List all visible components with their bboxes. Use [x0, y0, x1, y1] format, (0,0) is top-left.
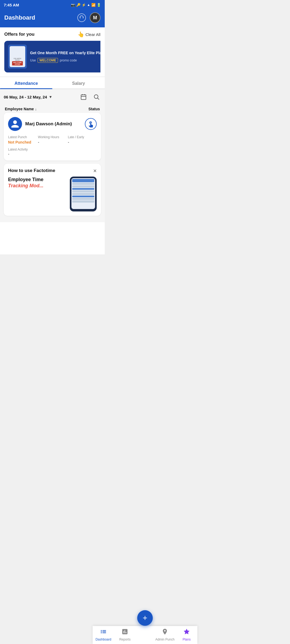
latest-punch-value: Not Punched — [8, 140, 37, 144]
user-avatar[interactable]: M — [90, 12, 100, 23]
employee-name: Marj Dawson (Admin) — [25, 121, 72, 127]
offer-badge-text: FOR LIMITEDPERIOD — [12, 58, 23, 61]
latest-punch-stat: Latest Punch Not Punched — [8, 135, 37, 144]
working-hours-label: Working Hours — [38, 135, 67, 139]
battery-icon: 🔋 — [97, 3, 101, 7]
attendance-section: 06 May, 24 - 12 May, 24 ▼ — [0, 89, 105, 222]
main-content: Offers for you 👆 Clear All FOR LIMITEDPE… — [0, 27, 105, 222]
main-offer-card[interactable]: FOR LIMITEDPERIOD WELCOMEOFFER Get One M… — [4, 41, 100, 72]
headset-button[interactable] — [77, 13, 86, 22]
sort-arrow-icon: ↓ — [35, 107, 37, 111]
tab-attendance-label: Attendance — [15, 81, 38, 86]
late-early-value: - — [68, 140, 97, 144]
clear-all-label: Clear All — [85, 32, 100, 37]
signal-icon: ▲ — [87, 3, 90, 7]
employee-stats: Latest Punch Not Punched Working Hours -… — [8, 135, 97, 144]
offers-title: Offers for you — [4, 32, 34, 37]
date-range-selector[interactable]: 06 May, 24 - 12 May, 24 ▼ — [4, 95, 52, 99]
latest-punch-label: Latest Punch — [8, 135, 37, 139]
emp-name-label: Employee Name — [5, 107, 34, 111]
how-to-phone-graphic — [70, 177, 97, 211]
how-to-card: How to use Factotime × Employee Time Tra… — [4, 164, 101, 216]
welcome-offer-badge: WELCOMEOFFER — [12, 61, 23, 65]
bluetooth-icon: ⚡ — [82, 3, 86, 7]
employee-avatar — [8, 117, 22, 131]
employee-info: Marj Dawson (Admin) — [8, 117, 72, 131]
cursor-icon: 👆 — [78, 31, 84, 38]
employee-card-header: Marj Dawson (Admin) — [8, 117, 97, 131]
avatar-letter: M — [93, 15, 97, 21]
search-filter-button[interactable] — [92, 92, 101, 101]
offer-cards-row: FOR LIMITEDPERIOD WELCOMEOFFER Get One M… — [4, 41, 100, 72]
offers-section: Offers for you 👆 Clear All FOR LIMITEDPE… — [0, 27, 105, 76]
working-hours-stat: Working Hours - — [38, 135, 67, 144]
punch-button[interactable] — [85, 118, 97, 130]
offer-phone-graphic: FOR LIMITEDPERIOD WELCOMEOFFER — [8, 45, 27, 69]
how-to-header: How to use Factotime × — [8, 168, 97, 174]
latest-activity-label: Latest Activity — [8, 148, 97, 151]
status-time: 7:45 AM — [4, 3, 19, 7]
how-to-content: Employee Time Tracking Mod... — [8, 177, 97, 211]
camera-icon: 📷 — [71, 3, 75, 7]
key-icon: 🔑 — [76, 3, 81, 7]
date-range-text: 06 May, 24 - 12 May, 24 — [4, 95, 47, 99]
table-header: Employee Name ↓ Status — [4, 105, 101, 113]
svg-point-4 — [94, 95, 98, 98]
calendar-filter-button[interactable] — [79, 92, 88, 101]
how-to-text-area: Employee Time Tracking Mod... — [8, 177, 67, 189]
promo-prefix: Use — [30, 58, 36, 62]
wifi-icon: 📶 — [91, 3, 96, 7]
offers-header: Offers for you 👆 Clear All — [4, 31, 100, 38]
filter-icons — [79, 92, 101, 101]
how-to-subtitle: Employee Time Tracking Mod... — [8, 177, 67, 189]
status-bar: 7:45 AM 📷 🔑 ⚡ ▲ 📶 🔋 — [0, 0, 105, 10]
tab-salary-label: Salary — [72, 81, 85, 86]
svg-line-5 — [98, 98, 99, 100]
clear-all-button[interactable]: 👆 Clear All — [78, 31, 100, 38]
how-to-subtitle2: Tracking Mod... — [8, 183, 44, 188]
late-early-stat: Late / Early - — [68, 135, 97, 144]
offer-text-content: Get One Month FREE on Yearly Elite Plan … — [30, 50, 100, 63]
how-to-title: How to use Factotime — [8, 168, 55, 173]
tab-salary[interactable]: Salary — [52, 77, 105, 89]
how-to-phone-screen — [71, 178, 95, 209]
promo-code: WELCOME — [38, 58, 58, 63]
offer-phone-screen: FOR LIMITEDPERIOD WELCOMEOFFER — [10, 46, 25, 67]
latest-activity-row: Latest Activity - — [8, 148, 97, 156]
svg-rect-0 — [81, 95, 86, 100]
offer-main-text: Get One Month FREE on Yearly Elite Plan — [30, 50, 100, 56]
page-title: Dashboard — [4, 14, 35, 21]
chevron-down-icon: ▼ — [49, 95, 52, 99]
offer-promo-text: Use WELCOME promo code — [30, 58, 100, 63]
how-to-close-button[interactable]: × — [93, 168, 97, 174]
tab-attendance[interactable]: Attendance — [0, 77, 52, 89]
date-filter-row: 06 May, 24 - 12 May, 24 ▼ — [4, 92, 101, 101]
latest-activity-value: - — [8, 152, 97, 156]
promo-suffix: promo code — [60, 58, 77, 62]
working-hours-value: - — [38, 140, 67, 144]
status-icons: 📷 🔑 ⚡ ▲ 📶 🔋 — [71, 3, 101, 7]
app-header: Dashboard M — [0, 10, 105, 27]
tabs-section: Attendance Salary — [0, 77, 105, 89]
late-early-label: Late / Early — [68, 135, 97, 139]
header-actions: M — [77, 12, 100, 23]
how-to-subtitle1: Employee Time — [8, 177, 44, 182]
status-column-header: Status — [88, 107, 100, 111]
employee-card: Marj Dawson (Admin) Latest Punch Not Pun… — [4, 113, 101, 160]
employee-name-column-header: Employee Name ↓ — [5, 107, 37, 111]
